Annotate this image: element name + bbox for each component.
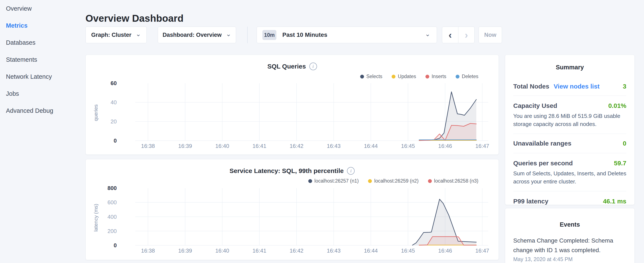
toolbar: Graph: Cluster ⌄ Dashboard: Overview ⌄ 1… <box>86 27 511 44</box>
sidebar-item-overview[interactable]: Overview <box>0 0 86 17</box>
sidebar-item-jobs[interactable]: Jobs <box>0 85 86 102</box>
qps-label: Queries per second <box>513 160 573 167</box>
y-tick-label: 40 <box>110 99 117 106</box>
x-tick-label: 16:46 <box>438 143 452 149</box>
x-tick-label: 16:44 <box>364 247 378 254</box>
now-button[interactable]: Now <box>478 27 502 43</box>
y-tick-label: 20 <box>110 118 117 125</box>
summary-row-unavailable: Unavailable ranges 0 <box>513 140 626 147</box>
chevron-down-icon: ⌄ <box>136 31 141 37</box>
sidebar-item-metrics[interactable]: Metrics <box>0 17 86 34</box>
qps-subtext: Sum of Selects, Updates, Inserts, and De… <box>513 169 626 185</box>
summary-row-p99: P99 latency 46.1 ms <box>513 198 626 205</box>
x-tick-label: 16:42 <box>290 143 304 149</box>
events-title: Events <box>513 208 626 228</box>
view-nodes-list-link[interactable]: View nodes list <box>554 83 600 90</box>
dashboard-dropdown[interactable]: Dashboard: Overview ⌄ <box>158 27 236 43</box>
divider <box>513 153 626 153</box>
toolbar-divider <box>247 27 248 43</box>
unavailable-ranges-label: Unavailable ranges <box>513 140 571 147</box>
x-tick-label: 16:43 <box>327 143 340 149</box>
prev-time-button[interactable]: ‹ <box>442 27 458 43</box>
capacity-used-label: Capacity Used <box>513 102 557 109</box>
y-tick-label: 0 <box>114 137 117 144</box>
event-item-time: May 13, 2020 at 4:45 PM <box>513 256 626 262</box>
x-tick-label: 16:40 <box>216 143 229 149</box>
total-nodes-label: Total Nodes <box>513 83 549 90</box>
y-tick-label: 800 <box>108 185 117 191</box>
sidebar: Overview Metrics Databases Statements Ne… <box>0 0 86 263</box>
x-tick-label: 16:45 <box>401 247 415 254</box>
summary-title: Summary <box>513 55 626 71</box>
x-tick-label: 16:38 <box>141 247 155 254</box>
unavailable-ranges-value: 0 <box>623 140 626 147</box>
x-tick-label: 16:47 <box>476 143 489 149</box>
sidebar-item-statements[interactable]: Statements <box>0 51 86 68</box>
x-tick-label: 16:39 <box>178 143 192 149</box>
summary-panel: Summary Total Nodes View nodes list 3 Ca… <box>505 55 635 205</box>
event-item-text[interactable]: Schema Change Completed: Schema change w… <box>513 236 626 255</box>
divider <box>513 134 626 134</box>
dashboard-dropdown-label: Dashboard: Overview <box>163 32 222 38</box>
sql-queries-chart-card: SQL Queries i SelectsUpdatesInsertsDelet… <box>86 55 499 155</box>
x-tick-label: 16:43 <box>327 247 340 254</box>
time-range-label: Past 10 Minutes <box>282 32 328 38</box>
total-nodes-value: 3 <box>623 83 626 90</box>
chevron-down-icon: ⌄ <box>226 31 231 37</box>
graph-dropdown-label: Graph: Cluster <box>91 32 132 38</box>
x-tick-label: 16:38 <box>141 143 155 149</box>
next-time-button[interactable]: › <box>458 27 474 43</box>
sql-queries-plot[interactable]: 16:3816:3916:4016:4116:4216:4316:4416:45… <box>86 55 499 155</box>
x-tick-label: 16:44 <box>364 143 378 149</box>
service-latency-plot[interactable]: 16:3816:3916:4016:4116:4216:4316:4416:45… <box>86 159 499 260</box>
p99-latency-label: P99 latency <box>513 198 548 205</box>
x-tick-label: 16:42 <box>290 247 304 254</box>
capacity-used-value: 0.01% <box>608 102 626 109</box>
x-tick-label: 16:39 <box>178 247 192 254</box>
p99-latency-value: 46.1 ms <box>603 198 626 205</box>
service-latency-chart-card: Service Latency: SQL, 99th percentile i … <box>86 159 499 260</box>
sidebar-item-advanced-debug[interactable]: Advanced Debug <box>0 102 86 119</box>
x-tick-label: 16:47 <box>476 247 489 254</box>
y-tick-label: 600 <box>108 199 117 205</box>
events-panel: Events Schema Change Completed: Schema c… <box>505 208 635 263</box>
sidebar-item-databases[interactable]: Databases <box>0 34 86 51</box>
capacity-used-subtext: You are using 28.6 MiB of 515.9 GiB usab… <box>513 112 626 128</box>
x-tick-label: 16:45 <box>401 143 415 149</box>
chevron-down-icon: ⌄ <box>425 31 430 37</box>
time-range-badge: 10m <box>262 30 276 40</box>
summary-row-qps: Queries per second 59.7 <box>513 160 626 167</box>
summary-row-capacity: Capacity Used 0.01% <box>513 102 626 109</box>
x-tick-label: 16:41 <box>252 143 266 149</box>
x-tick-label: 16:41 <box>252 247 266 254</box>
y-tick-label: 200 <box>108 228 117 234</box>
y-tick-label: 0 <box>114 242 117 248</box>
graph-dropdown[interactable]: Graph: Cluster ⌄ <box>86 27 147 43</box>
x-tick-label: 16:46 <box>438 247 452 254</box>
y-tick-label: 60 <box>110 80 117 86</box>
time-pager: ‹ › <box>442 27 474 43</box>
summary-row-total-nodes: Total Nodes View nodes list 3 <box>513 83 626 90</box>
divider <box>513 96 626 96</box>
qps-value: 59.7 <box>614 160 626 167</box>
page-title: Overview Dashboard <box>86 13 184 24</box>
now-button-label: Now <box>484 32 496 38</box>
x-tick-label: 16:40 <box>216 247 229 254</box>
time-range-picker[interactable]: 10m Past 10 Minutes ⌄ <box>256 27 437 43</box>
sidebar-item-network-latency[interactable]: Network Latency <box>0 68 86 85</box>
y-tick-label: 400 <box>108 214 117 220</box>
